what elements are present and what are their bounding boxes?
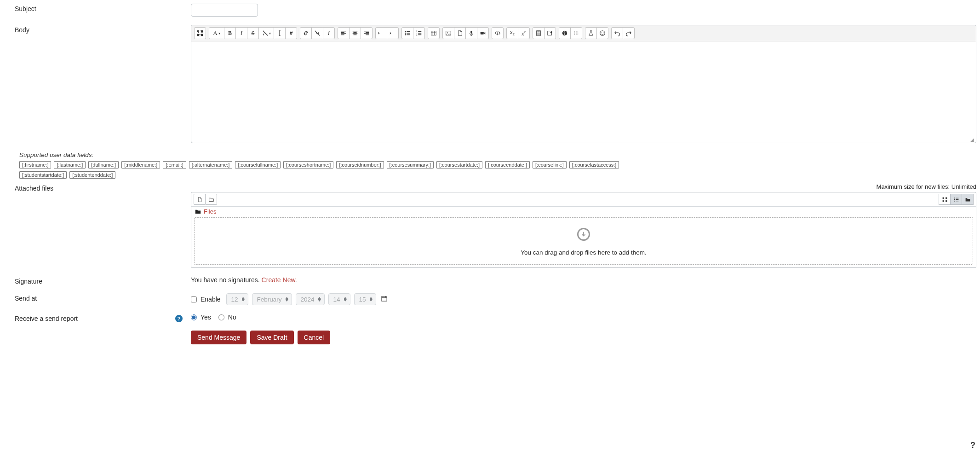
bullet-list-icon[interactable] (401, 27, 413, 39)
day-select[interactable]: 12 (226, 293, 248, 305)
editor-body[interactable]: ◢ (191, 41, 976, 143)
token-courselink[interactable]: [:courselink:] (533, 161, 567, 168)
help-icon[interactable]: ? (175, 315, 183, 322)
image-icon[interactable] (442, 27, 454, 39)
token-middlename[interactable]: [:middlename:] (121, 161, 160, 168)
edit-icon[interactable] (544, 27, 556, 39)
flask-icon[interactable] (585, 27, 597, 39)
italic-icon[interactable]: I (235, 27, 247, 39)
files-breadcrumb-link[interactable]: Files (204, 208, 216, 215)
font-family-icon[interactable]: A▾ (209, 27, 224, 39)
subject-label: Subject (15, 4, 191, 12)
create-signature-link[interactable]: Create New (262, 276, 295, 284)
align-right-icon[interactable] (361, 27, 373, 39)
bold-icon[interactable]: B (224, 27, 236, 39)
svg-rect-38 (381, 296, 386, 301)
table-icon[interactable] (428, 27, 440, 39)
token-courseidnumber[interactable]: [:courseidnumber:] (336, 161, 384, 168)
year-select[interactable]: 2024 (296, 293, 325, 305)
svg-point-29 (602, 32, 602, 33)
grid-dots-icon[interactable] (570, 27, 582, 39)
svg-point-2 (405, 34, 406, 35)
token-alternatename[interactable]: [:alternatename:] (189, 161, 233, 168)
token-courselastaccess[interactable]: [:courselastaccess:] (569, 161, 619, 168)
report-yes-radio[interactable] (191, 314, 197, 320)
calendar-icon[interactable] (380, 294, 389, 304)
svg-point-15 (539, 33, 539, 34)
resize-handle-icon[interactable]: ◢ (970, 137, 975, 142)
minute-select[interactable]: 15 (354, 293, 376, 305)
enable-label: Enable (201, 296, 221, 303)
unlink-icon[interactable] (311, 27, 323, 39)
file-dropzone[interactable]: You can drag and drop files here to add … (194, 217, 973, 265)
accessibility-icon[interactable] (559, 27, 571, 39)
send-message-button[interactable]: Send Message (191, 331, 246, 344)
hash-icon[interactable]: # (285, 27, 297, 39)
code-icon[interactable] (492, 27, 504, 39)
create-folder-icon[interactable] (205, 194, 217, 205)
folder-icon (195, 209, 201, 214)
svg-rect-6 (431, 31, 436, 35)
token-studentstartdate[interactable]: [:studentstartdate:] (19, 171, 67, 179)
receive-report-label: Receive a send report (15, 315, 78, 322)
token-studentenddate[interactable]: [:studentenddate:] (69, 171, 115, 179)
body-label: Body (15, 25, 191, 34)
save-draft-button[interactable]: Save Draft (250, 331, 293, 344)
svg-rect-35 (954, 197, 955, 198)
ordered-list-icon[interactable]: 123 (413, 27, 425, 39)
svg-rect-10 (481, 32, 484, 34)
svg-point-13 (538, 33, 538, 34)
signature-text: You have no signatures. (191, 276, 262, 284)
fullscreen-icon[interactable] (194, 27, 206, 39)
link-icon[interactable] (300, 27, 312, 39)
svg-point-18 (539, 34, 539, 35)
svg-rect-36 (954, 199, 955, 200)
svg-point-30 (603, 32, 603, 33)
enable-checkbox[interactable] (191, 296, 197, 302)
video-icon[interactable] (477, 27, 489, 39)
svg-point-26 (576, 34, 577, 35)
attached-files-label: Attached files (15, 183, 191, 192)
undo-icon[interactable] (611, 27, 623, 39)
token-row-2: [:studentstartdate:] [:studentenddate:] (19, 171, 976, 179)
view-grid-icon[interactable] (939, 194, 951, 205)
view-tree-icon[interactable] (962, 194, 974, 205)
report-no-radio[interactable] (218, 314, 224, 320)
token-lastname[interactable]: [:lastname:] (54, 161, 86, 168)
file-icon[interactable] (454, 27, 466, 39)
token-firstname[interactable]: [:firstname:] (19, 161, 51, 168)
token-coursefullname[interactable]: [:coursefullname:] (235, 161, 281, 168)
max-size-text: Maximum size for new files: Unlimited (191, 183, 976, 190)
token-email[interactable]: [:email:] (163, 161, 186, 168)
indent-icon[interactable] (387, 27, 399, 39)
svg-point-8 (447, 32, 448, 33)
emoji-icon[interactable] (596, 27, 608, 39)
redo-icon[interactable] (623, 27, 635, 39)
subscript-icon[interactable]: x2 (506, 27, 518, 39)
cancel-button[interactable]: Cancel (298, 331, 331, 344)
warning-icon[interactable]: ! (323, 27, 335, 39)
token-fullname[interactable]: [:fullname:] (88, 161, 119, 168)
subject-input[interactable] (191, 4, 258, 17)
svg-point-28 (600, 31, 605, 36)
svg-point-25 (574, 34, 575, 35)
align-center-icon[interactable] (349, 27, 361, 39)
calculator-icon[interactable] (533, 27, 544, 39)
text-cursor-icon[interactable] (274, 27, 286, 39)
superscript-icon[interactable]: x2 (518, 27, 530, 39)
token-coursestartdate[interactable]: [:coursestartdate:] (436, 161, 482, 168)
strikethrough-icon[interactable]: S (247, 27, 259, 39)
microphone-icon[interactable] (465, 27, 477, 39)
svg-rect-33 (942, 200, 944, 202)
text-color-icon[interactable]: ▾ (258, 27, 274, 39)
hour-select[interactable]: 14 (328, 293, 350, 305)
token-courseenddate[interactable]: [:courseenddate:] (485, 161, 530, 168)
signature-label: Signature (15, 276, 191, 285)
token-coursesummary[interactable]: [:coursesummary:] (387, 161, 434, 168)
month-select[interactable]: February (252, 293, 292, 305)
token-courseshortname[interactable]: [:courseshortname:] (283, 161, 333, 168)
add-file-icon[interactable] (194, 194, 206, 205)
view-list-icon[interactable] (950, 194, 962, 205)
align-left-icon[interactable] (338, 27, 350, 39)
outdent-icon[interactable] (375, 27, 387, 39)
